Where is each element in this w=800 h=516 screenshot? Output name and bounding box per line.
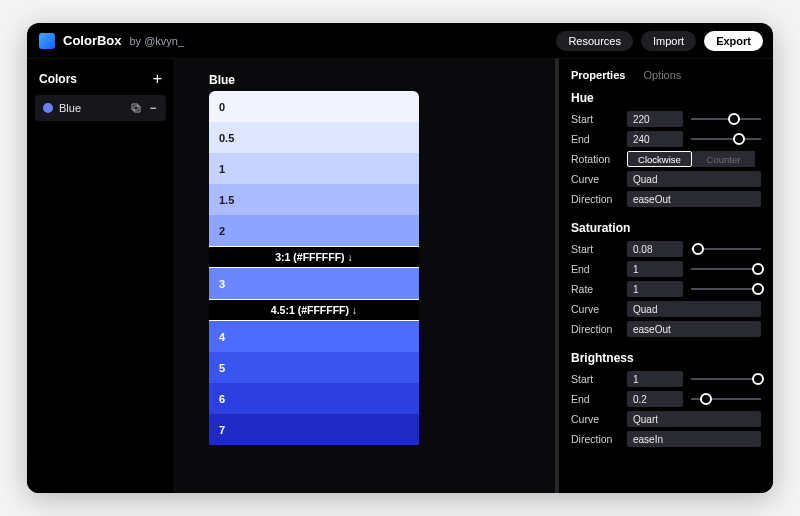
sat-direction-label: Direction <box>571 323 619 335</box>
hue-end-input[interactable] <box>627 131 683 147</box>
app-title: ColorBox <box>63 33 122 48</box>
tab-properties[interactable]: Properties <box>571 69 625 81</box>
sat-rate-slider[interactable] <box>691 281 761 297</box>
app-logo-icon <box>39 33 55 49</box>
hue-end-slider[interactable] <box>691 131 761 147</box>
section-brightness: Brightness Start End Curve Quart Directi… <box>571 351 761 447</box>
bri-start-label: Start <box>571 373 619 385</box>
bri-curve-label: Curve <box>571 413 619 425</box>
bri-end-label: End <box>571 393 619 405</box>
sat-start-label: Start <box>571 243 619 255</box>
section-title-brightness: Brightness <box>571 351 761 365</box>
resources-button[interactable]: Resources <box>556 31 633 51</box>
hue-direction-select[interactable]: easeOut <box>627 191 761 207</box>
svg-rect-1 <box>132 104 138 110</box>
sat-direction-select[interactable]: easeOut <box>627 321 761 337</box>
hue-rotation-ccw[interactable]: Counter <box>692 151 755 167</box>
contrast-marker: 4.5:1 (#FFFFFF) ↓ <box>209 299 419 321</box>
bri-start-slider[interactable] <box>691 371 761 387</box>
app-window: ColorBox by @kvyn_ Resources Import Expo… <box>27 23 773 493</box>
sidebar: Colors + Blue − <box>27 59 175 493</box>
color-swatch-icon <box>43 103 53 113</box>
ramp-step[interactable]: 0 <box>209 91 419 122</box>
import-button[interactable]: Import <box>641 31 696 51</box>
properties-panel: Properties Options Hue Start End Rotatio… <box>555 59 773 493</box>
hue-start-input[interactable] <box>627 111 683 127</box>
hue-start-label: Start <box>571 113 619 125</box>
bri-direction-label: Direction <box>571 433 619 445</box>
header-bar: ColorBox by @kvyn_ Resources Import Expo… <box>27 23 773 59</box>
ramp-step[interactable]: 3 <box>209 268 419 299</box>
bri-curve-select[interactable]: Quart <box>627 411 761 427</box>
hue-curve-select[interactable]: Quad <box>627 171 761 187</box>
sat-rate-input[interactable] <box>627 281 683 297</box>
svg-rect-0 <box>134 106 140 112</box>
add-color-button[interactable]: + <box>153 71 162 87</box>
hue-end-label: End <box>571 133 619 145</box>
panel-tabs: Properties Options <box>571 67 761 91</box>
app-byline: by @kvyn_ <box>130 35 185 47</box>
section-saturation: Saturation Start End Rate Curv <box>571 221 761 337</box>
hue-curve-label: Curve <box>571 173 619 185</box>
hue-rotation-label: Rotation <box>571 153 619 165</box>
sidebar-item-blue[interactable]: Blue − <box>35 95 166 121</box>
color-ramp: 00.511.523:1 (#FFFFFF) ↓34.5:1 (#FFFFFF)… <box>209 91 419 445</box>
sat-start-input[interactable] <box>627 241 683 257</box>
sat-start-slider[interactable] <box>691 241 761 257</box>
ramp-step[interactable]: 7 <box>209 414 419 445</box>
hue-start-slider[interactable] <box>691 111 761 127</box>
bri-end-input[interactable] <box>627 391 683 407</box>
sat-rate-label: Rate <box>571 283 619 295</box>
tab-options[interactable]: Options <box>643 69 681 81</box>
contrast-marker: 3:1 (#FFFFFF) ↓ <box>209 246 419 268</box>
ramp-step[interactable]: 6 <box>209 383 419 414</box>
hue-direction-label: Direction <box>571 193 619 205</box>
section-hue: Hue Start End Rotation Clockwise Counter <box>571 91 761 207</box>
ramp-step[interactable]: 1.5 <box>209 184 419 215</box>
ramp-step[interactable]: 0.5 <box>209 122 419 153</box>
hue-rotation-cw[interactable]: Clockwise <box>627 151 692 167</box>
section-title-hue: Hue <box>571 91 761 105</box>
remove-color-button[interactable]: − <box>148 101 158 115</box>
ramp-step[interactable]: 4 <box>209 321 419 352</box>
body: Colors + Blue − Blue 00.511.523:1 (#FFFF… <box>27 59 773 493</box>
bri-direction-select[interactable]: easeIn <box>627 431 761 447</box>
sidebar-title: Colors <box>39 72 77 86</box>
sat-curve-label: Curve <box>571 303 619 315</box>
ramp-step[interactable]: 5 <box>209 352 419 383</box>
bri-end-slider[interactable] <box>691 391 761 407</box>
ramp-step[interactable]: 2 <box>209 215 419 246</box>
sidebar-header: Colors + <box>35 69 166 95</box>
sat-end-label: End <box>571 263 619 275</box>
duplicate-icon[interactable] <box>130 102 142 114</box>
export-button[interactable]: Export <box>704 31 763 51</box>
hue-rotation-segmented: Clockwise Counter <box>627 151 755 167</box>
ramp-step[interactable]: 1 <box>209 153 419 184</box>
bri-start-input[interactable] <box>627 371 683 387</box>
section-title-saturation: Saturation <box>571 221 761 235</box>
ramp-title: Blue <box>209 73 515 87</box>
canvas: Blue 00.511.523:1 (#FFFFFF) ↓34.5:1 (#FF… <box>175 59 555 493</box>
sat-curve-select[interactable]: Quad <box>627 301 761 317</box>
sat-end-slider[interactable] <box>691 261 761 277</box>
sidebar-item-label: Blue <box>59 102 124 114</box>
sat-end-input[interactable] <box>627 261 683 277</box>
